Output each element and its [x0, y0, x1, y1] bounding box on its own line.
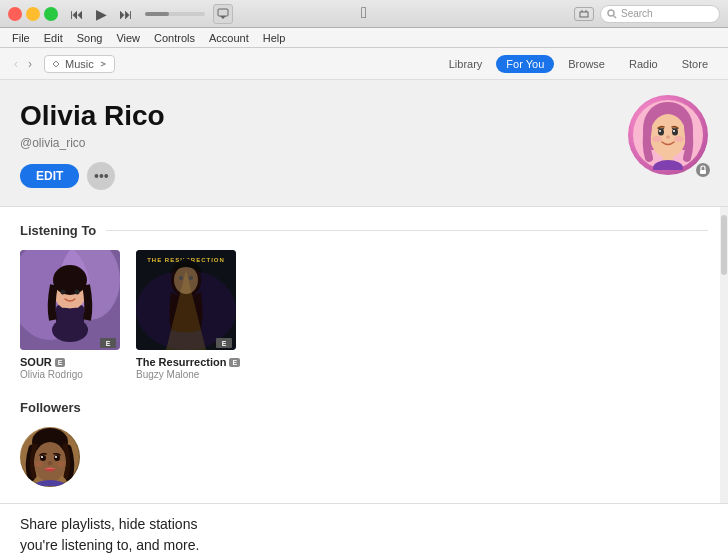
svg-point-13 — [672, 129, 678, 136]
svg-point-46 — [54, 455, 60, 461]
sour-cover-svg: E — [20, 250, 120, 350]
album-title-sour: SOUR — [20, 356, 52, 368]
nav-arrows: ‹ › — [10, 55, 36, 73]
tab-store[interactable]: Store — [672, 55, 718, 73]
airplay-button[interactable] — [213, 4, 233, 24]
volume-slider[interactable] — [145, 12, 205, 16]
svg-point-50 — [35, 461, 43, 467]
play-button[interactable]: ▶ — [92, 4, 111, 24]
svg-point-48 — [55, 456, 57, 458]
transport-controls: ⏮ ▶ ⏭ — [66, 4, 233, 24]
svg-point-16 — [666, 136, 670, 139]
minimize-button[interactable] — [26, 7, 40, 21]
svg-point-39 — [189, 276, 193, 280]
menu-help[interactable]: Help — [257, 30, 292, 46]
svg-point-45 — [40, 455, 46, 461]
svg-text:E: E — [106, 340, 111, 347]
bottom-text-line1: Share playlists, hide stations — [20, 514, 708, 535]
breadcrumb[interactable]: Music — [44, 55, 115, 73]
close-button[interactable] — [8, 7, 22, 21]
section-divider — [106, 230, 708, 231]
search-box[interactable]: Search — [600, 5, 720, 23]
album-item-resurrection[interactable]: THE RESURRECTION E The Resurrection E — [136, 250, 240, 380]
menu-bar: File Edit Song View Controls Account Hel… — [0, 28, 728, 48]
svg-point-17 — [652, 136, 662, 142]
tab-for-you[interactable]: For You — [496, 55, 554, 73]
svg-line-6 — [614, 15, 617, 18]
svg-point-18 — [674, 136, 684, 142]
album-artist-resurrection: Bugzy Malone — [136, 369, 240, 380]
svg-text:E: E — [222, 340, 227, 347]
svg-rect-21 — [700, 170, 706, 174]
profile-section: Olivia Rico @olivia_rico EDIT ••• — [0, 80, 728, 207]
svg-point-15 — [673, 130, 675, 132]
follower-memoji-svg — [21, 428, 79, 486]
resize-button[interactable] — [574, 7, 594, 21]
menu-view[interactable]: View — [110, 30, 146, 46]
privacy-lock-badge — [694, 161, 712, 179]
menu-edit[interactable]: Edit — [38, 30, 69, 46]
rewind-button[interactable]: ⏮ — [66, 4, 88, 24]
profile-name: Olivia Rico — [20, 100, 708, 132]
album-grid: E SOUR E Olivia Rodrigo THE R — [20, 250, 708, 380]
album-item-sour[interactable]: E SOUR E Olivia Rodrigo — [20, 250, 120, 380]
tab-radio[interactable]: Radio — [619, 55, 668, 73]
listening-to-section-header: Listening To — [20, 223, 708, 238]
svg-point-5 — [608, 10, 614, 16]
back-button[interactable]: ‹ — [10, 55, 22, 73]
scrollbar-track[interactable] — [720, 207, 728, 503]
album-title-resurrection: The Resurrection — [136, 356, 226, 368]
svg-point-38 — [179, 276, 183, 280]
breadcrumb-music: Music — [65, 58, 94, 70]
album-artist-sour: Olivia Rodrigo — [20, 369, 120, 380]
tab-library[interactable]: Library — [439, 55, 493, 73]
edit-button[interactable]: EDIT — [20, 164, 79, 188]
title-bar: ⏮ ▶ ⏭  Search — [0, 0, 728, 28]
menu-file[interactable]: File — [6, 30, 36, 46]
forward-button-nav[interactable]: › — [24, 55, 36, 73]
svg-point-51 — [57, 461, 65, 467]
resurrection-cover-svg: THE RESURRECTION E — [136, 250, 236, 350]
followers-section-header: Followers — [20, 400, 708, 415]
svg-marker-1 — [220, 16, 226, 19]
bottom-panel: Share playlists, hide stations you're li… — [0, 503, 728, 556]
svg-point-30 — [75, 290, 80, 295]
more-button[interactable]: ••• — [87, 162, 115, 190]
explicit-badge-sour: E — [55, 358, 66, 367]
maximize-button[interactable] — [44, 7, 58, 21]
svg-rect-0 — [218, 9, 228, 16]
window-controls[interactable] — [8, 7, 58, 21]
follower-avatar[interactable] — [20, 427, 80, 487]
nav-tabs: Library For You Browse Radio Store — [439, 55, 718, 73]
svg-point-49 — [48, 461, 53, 465]
svg-point-29 — [61, 290, 66, 295]
svg-point-28 — [53, 265, 87, 295]
followers-label: Followers — [20, 400, 81, 415]
svg-point-37 — [174, 266, 198, 294]
main-content: Listening To — [0, 207, 728, 503]
explicit-badge-resurrection: E — [229, 358, 240, 367]
apple-logo:  — [361, 4, 367, 22]
menu-controls[interactable]: Controls — [148, 30, 201, 46]
scrollbar-thumb[interactable] — [721, 215, 727, 275]
profile-avatar — [628, 95, 708, 175]
more-icon: ••• — [94, 168, 109, 184]
album-art-resurrection: THE RESURRECTION E — [136, 250, 236, 350]
album-art-sour: E — [20, 250, 120, 350]
tab-browse[interactable]: Browse — [558, 55, 615, 73]
profile-handle: @olivia_rico — [20, 136, 708, 150]
avatar-circle — [628, 95, 708, 175]
svg-point-47 — [41, 456, 43, 458]
forward-button[interactable]: ⏭ — [115, 4, 137, 24]
followers-section: Followers — [20, 400, 708, 487]
window-resize-controls[interactable]: Search — [574, 5, 720, 23]
profile-actions: EDIT ••• — [20, 162, 708, 190]
listening-to-label: Listening To — [20, 223, 96, 238]
avatar-memoji-svg — [633, 100, 703, 170]
menu-song[interactable]: Song — [71, 30, 109, 46]
bottom-text-line2: you're listening to, and more. — [20, 535, 708, 556]
search-placeholder: Search — [621, 8, 653, 19]
menu-account[interactable]: Account — [203, 30, 255, 46]
nav-bar: ‹ › Music Library For You Browse Radio S… — [0, 48, 728, 80]
svg-point-14 — [659, 130, 661, 132]
